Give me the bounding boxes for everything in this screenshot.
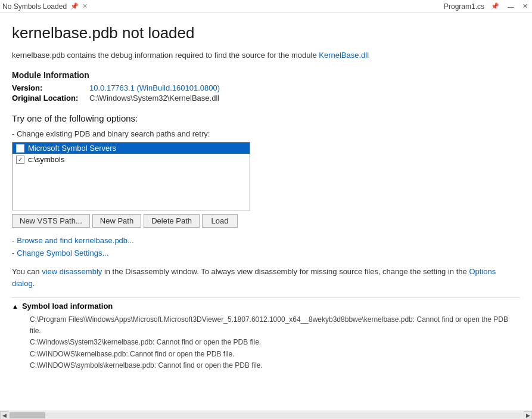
delete-path-button[interactable]: Delete Path: [144, 214, 200, 228]
symbol-log-line-2: C:\WINDOWS\kernelbase.pdb: Cannot find o…: [30, 349, 520, 360]
link-item-0: - Browse and find kernelbase.pdb...: [12, 236, 520, 245]
path-item-1[interactable]: ✓ c:\symbols: [13, 154, 250, 165]
buttons-row: New VSTS Path... New Path Delete Path Lo…: [12, 214, 520, 228]
pin-icon[interactable]: 📌: [70, 2, 79, 10]
scroll-right-arrow[interactable]: ▶: [524, 411, 532, 420]
info-prefix: You can: [12, 267, 42, 276]
scrollbar-thumb[interactable]: [10, 412, 45, 418]
description-text: kernelbase.pdb contains the debug inform…: [12, 51, 520, 60]
info-middle: in the Disassembly window. To always vie…: [102, 267, 469, 276]
window-min-icon[interactable]: —: [506, 3, 516, 10]
scroll-left-arrow[interactable]: ◀: [0, 411, 8, 420]
path-item-0[interactable]: Microsoft Symbol Servers: [13, 142, 250, 154]
symbol-log-line-3: C:\WINDOWS\symbols\kernelbase.pdb: Canno…: [30, 360, 520, 371]
dash-0: -: [12, 236, 14, 245]
symbol-section: ▲ Symbol load information C:\Program Fil…: [12, 297, 520, 371]
version-link[interactable]: 10.0.17763.1 (WinBuild.160101.0800): [89, 83, 220, 92]
symbol-log: C:\Program Files\WindowsApps\Microsoft.M…: [12, 314, 520, 371]
dash-1: -: [12, 249, 14, 257]
window-close-icon[interactable]: ✕: [521, 2, 530, 10]
horizontal-scrollbar[interactable]: ◀ ▶: [0, 411, 532, 419]
title-bar-left: No Symbols Loaded 📌 ✕: [2, 2, 88, 11]
top-right-controls: Program1.cs 📌 — ✕: [444, 2, 530, 11]
page-title: kernelbase.pdb not loaded: [12, 24, 520, 42]
module-info-title: Module Information: [12, 70, 520, 80]
browse-link[interactable]: Browse and find kernelbase.pdb...: [17, 236, 134, 245]
view-disassembly-link[interactable]: view disassembly: [42, 267, 102, 276]
link-item-1: - Change Symbol Settings...: [12, 249, 520, 257]
new-path-button[interactable]: New Path: [92, 214, 141, 228]
location-label: Original Location:: [12, 94, 89, 103]
module-info-section: Module Information Version: 10.0.17763.1…: [12, 70, 520, 103]
load-button[interactable]: Load: [202, 214, 238, 228]
scrollbar-track[interactable]: [10, 412, 522, 418]
path-label-0: Microsoft Symbol Servers: [28, 144, 116, 153]
chevron-icon: ▲: [12, 303, 18, 310]
version-value: 10.0.17763.1 (WinBuild.160101.0800): [89, 83, 220, 92]
symbol-section-header[interactable]: ▲ Symbol load information: [12, 302, 520, 311]
title-bar: No Symbols Loaded 📌 ✕ Program1.cs 📌 — ✕: [0, 0, 532, 13]
location-value: C:\Windows\System32\KernelBase.dll: [89, 94, 219, 103]
change-symbol-settings-link[interactable]: Change Symbol Settings...: [17, 249, 108, 257]
checkbox-microsoft-symbol[interactable]: [16, 144, 24, 153]
sub-section-label: - Change existing PDB and binary search …: [12, 129, 520, 138]
main-content: kernelbase.pdb not loaded kernelbase.pdb…: [0, 13, 532, 411]
symbol-section-title: Symbol load information: [22, 302, 113, 311]
info-suffix: .: [33, 279, 35, 288]
info-line: You can view disassembly in the Disassem…: [12, 266, 520, 289]
location-row: Original Location: C:\Windows\System32\K…: [12, 94, 520, 103]
options-section: Try one of the following options: - Chan…: [12, 113, 520, 228]
tab-label: No Symbols Loaded: [2, 2, 67, 11]
new-vsts-path-button[interactable]: New VSTS Path...: [12, 214, 90, 228]
tab-close-icon[interactable]: ✕: [82, 2, 88, 10]
paths-listbox[interactable]: Microsoft Symbol Servers ✓ c:\symbols: [12, 142, 250, 210]
window-pin-icon[interactable]: 📌: [489, 2, 501, 10]
checkbox-csymbols[interactable]: ✓: [16, 156, 24, 164]
options-title: Try one of the following options:: [12, 113, 520, 123]
links-section: - Browse and find kernelbase.pdb... - Ch…: [12, 236, 520, 257]
filename-label: Program1.cs: [444, 2, 484, 11]
symbol-log-line-0: C:\Program Files\WindowsApps\Microsoft.M…: [30, 314, 520, 337]
version-label: Version:: [12, 83, 89, 92]
path-label-1: c:\symbols: [28, 155, 64, 164]
description-prefix: kernelbase.pdb contains the debug inform…: [12, 51, 319, 60]
symbol-log-line-1: C:\Windows\System32\kernelbase.pdb: Cann…: [30, 337, 520, 348]
version-row: Version: 10.0.17763.1 (WinBuild.160101.0…: [12, 83, 520, 92]
description-module: KernelBase.dll: [319, 51, 369, 60]
